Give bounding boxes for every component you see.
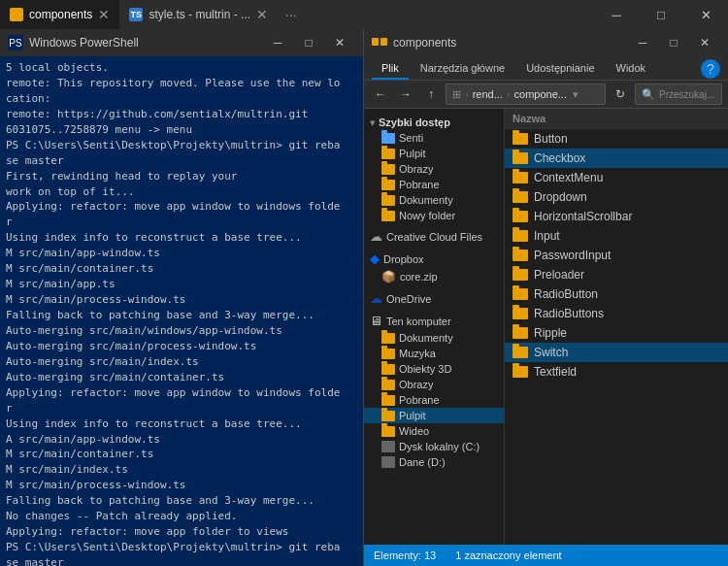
- tree-item-obrazy[interactable]: Obrazy: [364, 161, 504, 177]
- ps-line: Auto-merging src/main/process-window.ts: [6, 339, 357, 354]
- tree-item-label: Dokumenty: [399, 194, 453, 206]
- address-path[interactable]: ⊞ › rend... › compone... ▾: [446, 83, 606, 105]
- refresh-button[interactable]: ↻: [610, 83, 631, 105]
- tree-item-label: Dane (D:): [399, 456, 446, 468]
- tree-item-obrazy[interactable]: Obrazy: [364, 377, 504, 392]
- maximize-button[interactable]: □: [639, 0, 683, 29]
- tree-item-core.zip[interactable]: 📦core.zip: [364, 268, 504, 285]
- minimize-button[interactable]: ─: [594, 0, 639, 29]
- tab-overflow-indicator[interactable]: ···: [278, 7, 305, 22]
- ps-close[interactable]: ✕: [324, 32, 355, 53]
- ribbon-tab-narzędzia-główne[interactable]: Narzędzia główne: [411, 58, 514, 80]
- tab2-close-button[interactable]: ✕: [256, 7, 268, 22]
- ps-maximize[interactable]: □: [293, 32, 324, 53]
- file-row[interactable]: Input: [505, 226, 728, 246]
- search-box[interactable]: 🔍 Przeszukaj...: [635, 83, 722, 105]
- tree-item-label: Dysk lokalny (C:): [399, 441, 480, 452]
- back-button[interactable]: ←: [370, 83, 391, 105]
- ps-line: cation:: [6, 91, 357, 107]
- folder-icon: [381, 349, 395, 359]
- tree-item-creative-cloud-files[interactable]: ☁Creative Cloud Files: [364, 227, 504, 246]
- tree-item-nowy-folder[interactable]: Nowy folder: [364, 208, 504, 223]
- file-folder-icon: [513, 288, 528, 300]
- file-folder-icon: [513, 327, 528, 339]
- explorer-minimize[interactable]: ─: [627, 32, 658, 53]
- tree-item-pulpit[interactable]: Pulpit: [364, 146, 504, 161]
- tree-section-szybki-dostęp[interactable]: ▾Szybki dostęp: [364, 113, 504, 130]
- tab-close-button[interactable]: ✕: [98, 7, 110, 22]
- tree-item-wideo[interactable]: Wideo: [364, 423, 504, 439]
- ps-line: remote: This repository moved. Please us…: [6, 76, 357, 91]
- tab-style-ts[interactable]: TS style.ts - multrin - ... ✕: [119, 0, 278, 29]
- explorer-close[interactable]: ✕: [689, 32, 720, 53]
- file-row[interactable]: Ripple: [505, 323, 728, 343]
- file-row[interactable]: RadioButtons: [505, 304, 728, 323]
- tree-item-label: Obrazy: [399, 379, 433, 390]
- folder-icon: [381, 195, 395, 206]
- folder-icon: [381, 395, 395, 406]
- ps-line: work on top of it...: [6, 184, 357, 200]
- ps-line: M src/main/container.ts: [6, 447, 357, 462]
- ribbon-tab-udostępnianie[interactable]: Udostępnianie: [516, 58, 604, 80]
- tree-item-onedrive[interactable]: ☁OneDrive: [364, 289, 504, 308]
- onedrive-icon: ☁: [370, 291, 382, 306]
- powershell-title-bar: PS Windows PowerShell ─ □ ✕: [0, 29, 363, 56]
- ps-line: First, rewinding head to replay your: [6, 169, 357, 184]
- file-name: PasswordInput: [534, 249, 611, 262]
- tree-item-senti[interactable]: Senti: [364, 130, 504, 146]
- ps-line: Auto-merging src/main/windows/app-window…: [6, 323, 357, 339]
- file-name: ContextMenu: [534, 171, 603, 184]
- ps-line: se master: [6, 555, 357, 566]
- file-row[interactable]: RadioButton: [505, 284, 728, 304]
- file-row[interactable]: Button: [505, 129, 728, 149]
- file-row[interactable]: Checkbox: [505, 149, 728, 168]
- ps-line: Using index info to reconstruct a base t…: [6, 230, 357, 246]
- help-button[interactable]: ?: [701, 59, 720, 79]
- tree-item-dokumenty[interactable]: Dokumenty: [364, 192, 504, 208]
- tree-item-pulpit[interactable]: Pulpit: [364, 408, 504, 423]
- tree-item-dane-(d:)[interactable]: Dane (D:): [364, 454, 504, 470]
- folder-icon: [381, 211, 395, 221]
- tree-item-obiekty-3d[interactable]: Obiekty 3D: [364, 361, 504, 377]
- tree-item-dysk-lokalny-(c:)[interactable]: Dysk lokalny (C:): [364, 439, 504, 454]
- file-row[interactable]: Dropdown: [505, 187, 728, 207]
- tree-item-pobrane[interactable]: Pobrane: [364, 177, 504, 192]
- ps-window-controls: ─ □ ✕: [262, 32, 355, 53]
- ps-line: Falling back to patching base and 3-way …: [6, 308, 357, 323]
- file-name: HorizontalScrollbar: [534, 210, 632, 223]
- drive-icon: [381, 456, 395, 468]
- tree-item-muzyka[interactable]: Muzyka: [364, 346, 504, 361]
- file-folder-icon: [513, 250, 528, 261]
- ps-line: PS C:\Users\Senti\Desktop\Projekty\multr…: [6, 138, 357, 153]
- file-row[interactable]: PasswordInput: [505, 246, 728, 265]
- forward-button[interactable]: →: [395, 83, 416, 105]
- tree-item-ten-komputer[interactable]: 🖥Ten komputer: [364, 312, 504, 330]
- close-button[interactable]: ✕: [683, 0, 728, 29]
- file-folder-icon: [513, 172, 528, 183]
- ribbon-tab-plik[interactable]: Plik: [372, 58, 409, 80]
- tab-components[interactable]: components ✕: [0, 0, 119, 29]
- explorer-ribbon: PlikNarzędzia główneUdostępnianieWidok?: [364, 56, 728, 81]
- ribbon-tab-widok[interactable]: Widok: [607, 58, 656, 80]
- powershell-content[interactable]: 5 local objects.remote: This repository …: [0, 56, 363, 566]
- file-row[interactable]: Switch: [505, 343, 728, 362]
- ps-line: Applying: refactor: move app window to w…: [6, 199, 357, 215]
- ps-line: Auto-merging src/main/index.ts: [6, 354, 357, 370]
- file-row[interactable]: HorizontalScrollbar: [505, 207, 728, 226]
- tree-item-dropbox[interactable]: ◆Dropbox: [364, 250, 504, 268]
- up-button[interactable]: ↑: [420, 83, 442, 105]
- folder-icon: [381, 133, 395, 144]
- ps-minimize[interactable]: ─: [262, 32, 293, 53]
- folder-tree: ▾Szybki dostępSentiPulpitObrazyPobraneDo…: [364, 109, 505, 545]
- file-row[interactable]: ContextMenu: [505, 168, 728, 187]
- tree-item-pobrane[interactable]: Pobrane: [364, 392, 504, 408]
- path-part-1: ⊞: [452, 88, 461, 101]
- file-row[interactable]: Textfield: [505, 362, 728, 382]
- tree-item-dokumenty[interactable]: Dokumenty: [364, 330, 504, 346]
- ps-line: M src/main/process-window.ts: [6, 478, 357, 493]
- file-row[interactable]: Preloader: [505, 265, 728, 284]
- address-bar: ← → ↑ ⊞ › rend... › compone... ▾ ↻ 🔍 Prz…: [364, 81, 728, 109]
- explorer-maximize[interactable]: □: [658, 32, 689, 53]
- file-name: Input: [534, 229, 560, 243]
- path-dropdown[interactable]: ▾: [573, 88, 579, 101]
